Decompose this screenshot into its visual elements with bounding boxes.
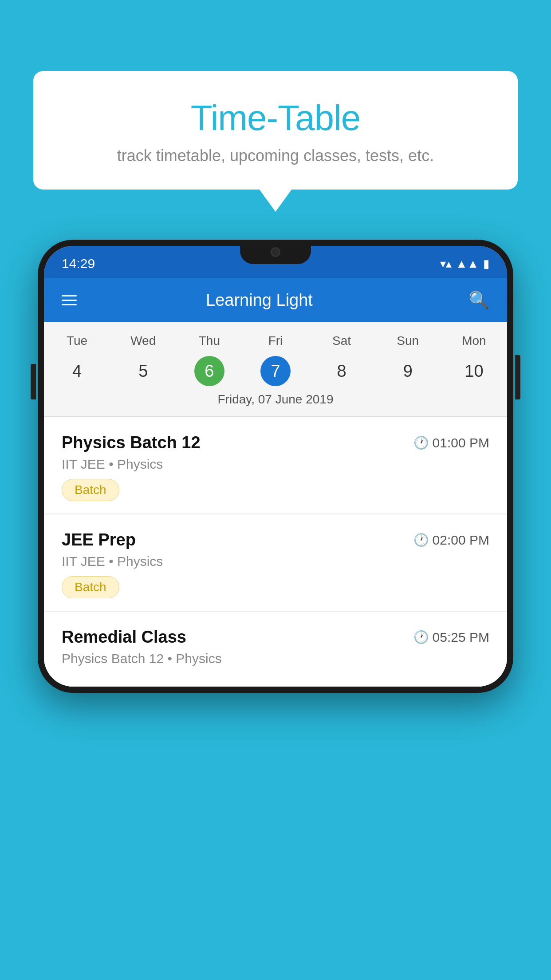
phone-screen: 14:29 ▾▴ ▲▲ ▮ Learning Light 🔍 TueWedThu… (44, 246, 507, 687)
day-number[interactable]: 5 (110, 356, 176, 386)
day-header: Sat (309, 330, 375, 352)
day-header: Sun (375, 330, 441, 352)
schedule-item-header: Physics Batch 12 🕐 01:00 PM (62, 433, 489, 452)
schedule-list: Physics Batch 12 🕐 01:00 PM IIT JEE • Ph… (44, 417, 507, 687)
phone-wrapper: 14:29 ▾▴ ▲▲ ▮ Learning Light 🔍 TueWedThu… (38, 240, 513, 980)
search-icon[interactable]: 🔍 (468, 290, 489, 310)
schedule-title: Physics Batch 12 (62, 433, 201, 452)
selected-date-label: Friday, 07 June 2019 (44, 392, 507, 413)
calendar-section: TueWedThuFriSatSunMon 45678910 Friday, 0… (44, 322, 507, 416)
day-number[interactable]: 9 (375, 356, 441, 386)
clock-icon: 🕐 (413, 630, 429, 644)
batch-badge: Batch (62, 479, 119, 501)
day-number[interactable]: 7 (260, 356, 291, 386)
schedule-item-header: Remedial Class 🕐 05:25 PM (62, 628, 489, 647)
app-title: Learning Light (63, 291, 455, 310)
day-header: Fri (242, 330, 308, 352)
day-number[interactable]: 6 (194, 356, 224, 386)
schedule-item-header: JEE Prep 🕐 02:00 PM (62, 530, 489, 549)
phone-device: 14:29 ▾▴ ▲▲ ▮ Learning Light 🔍 TueWedThu… (38, 240, 513, 693)
wifi-icon: ▾▴ (440, 257, 452, 271)
clock-icon: 🕐 (413, 435, 429, 450)
bubble-title: Time-Table (60, 98, 491, 138)
signal-icon: ▲▲ (456, 257, 479, 271)
status-time: 14:29 (62, 256, 95, 271)
battery-icon: ▮ (483, 257, 489, 271)
day-headers: TueWedThuFriSatSunMon (44, 330, 507, 352)
day-number[interactable]: 10 (441, 356, 507, 386)
day-header: Thu (176, 330, 242, 352)
schedule-meta: IIT JEE • Physics (62, 554, 489, 569)
bubble-subtitle: track timetable, upcoming classes, tests… (60, 146, 491, 165)
phone-notch (240, 240, 311, 264)
clock-icon: 🕐 (413, 533, 429, 547)
schedule-title: JEE Prep (62, 530, 136, 549)
schedule-item[interactable]: Physics Batch 12 🕐 01:00 PM IIT JEE • Ph… (44, 417, 507, 514)
schedule-meta: IIT JEE • Physics (62, 457, 489, 472)
day-number[interactable]: 4 (44, 356, 110, 386)
schedule-item[interactable]: JEE Prep 🕐 02:00 PM IIT JEE • Physics Ba… (44, 514, 507, 612)
schedule-time: 🕐 05:25 PM (413, 630, 489, 645)
schedule-title: Remedial Class (62, 628, 186, 647)
schedule-item[interactable]: Remedial Class 🕐 05:25 PM Physics Batch … (44, 612, 507, 687)
day-number[interactable]: 8 (309, 356, 375, 386)
app-bar: Learning Light 🔍 (44, 278, 507, 322)
day-header: Mon (441, 330, 507, 352)
notch-camera (271, 247, 280, 257)
day-numbers: 45678910 (44, 356, 507, 386)
day-header: Wed (110, 330, 176, 352)
schedule-time: 🕐 02:00 PM (413, 533, 489, 548)
speech-bubble-wrapper: Time-Table track timetable, upcoming cla… (33, 71, 518, 190)
schedule-meta: Physics Batch 12 • Physics (62, 651, 489, 666)
batch-badge: Batch (62, 576, 119, 598)
speech-bubble: Time-Table track timetable, upcoming cla… (33, 71, 518, 190)
day-header: Tue (44, 330, 110, 352)
schedule-time: 🕐 01:00 PM (413, 435, 489, 450)
status-icons: ▾▴ ▲▲ ▮ (440, 257, 489, 271)
